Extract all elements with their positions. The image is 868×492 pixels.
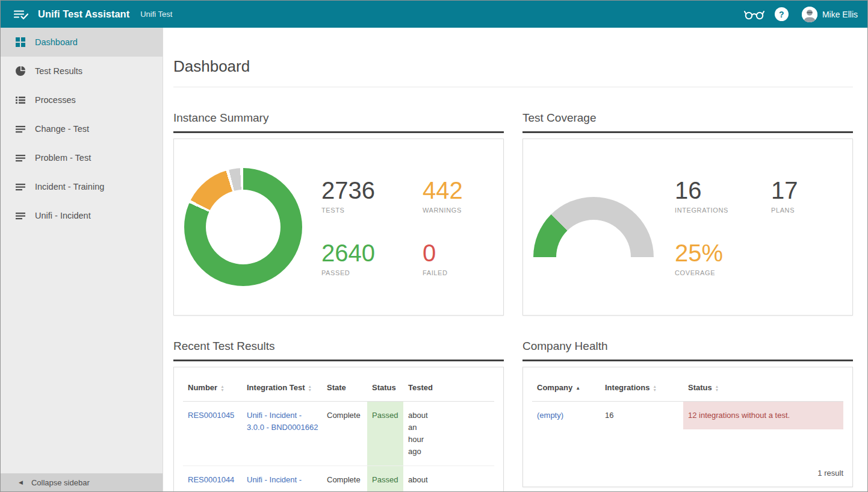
- sidebar-item-label: Test Results: [35, 66, 82, 76]
- column-header-company[interactable]: Company▲: [532, 373, 600, 402]
- tested-cell: about: [403, 466, 438, 492]
- failed-count: 0: [423, 240, 463, 266]
- column-label: Number: [188, 383, 217, 392]
- warnings-count: 442: [423, 178, 463, 203]
- tests-label: TESTS: [321, 207, 423, 214]
- warnings-label: WARNINGS: [423, 207, 463, 214]
- text-lines-icon: [15, 181, 26, 192]
- main-content: Dashboard Instance Summary 2736 TESTS: [163, 28, 867, 491]
- passed-count: 2640: [321, 240, 423, 266]
- stat-coverage: 25% COVERAGE: [675, 240, 771, 276]
- status-badge: Passed: [367, 466, 403, 492]
- plans-label: PLANS: [771, 207, 798, 214]
- sidebar-item-label: Dashboard: [35, 37, 78, 47]
- section-title: Test Coverage: [522, 111, 853, 125]
- page-title: Dashboard: [173, 57, 853, 76]
- recent-test-results-section: Recent Test Results Number▲▼: [173, 340, 504, 491]
- title-divider: [173, 87, 853, 87]
- result-count: 1 result: [532, 453, 843, 478]
- sidebar-item-dashboard[interactable]: Dashboard: [1, 28, 163, 57]
- dashboard-grid-icon: [15, 37, 26, 48]
- integration-test-link[interactable]: Unifi - Incident - 3.0.0 - BND0001662: [247, 411, 318, 432]
- sort-both-icon: ▲▼: [715, 385, 719, 391]
- topbar-actions: ? Mike Ellis: [742, 5, 858, 23]
- table-row: RES0001044 Unifi - Incident - Complete P…: [183, 466, 494, 492]
- list-icon: [15, 95, 26, 105]
- test-coverage-section: Test Coverage 16 INTEGRATIONS 1: [522, 111, 853, 316]
- column-label: Integrations: [605, 383, 649, 392]
- text-lines-icon: [15, 152, 26, 163]
- top-bar: Unifi Test Assistant Unifi Test ?: [1, 1, 867, 28]
- sidebar-item-label: Problem - Test: [35, 153, 91, 163]
- sidebar-item-label: Change - Test: [35, 124, 89, 134]
- section-title: Recent Test Results: [173, 340, 504, 353]
- sort-both-icon: ▲▼: [308, 385, 312, 391]
- integrations-count: 16: [675, 178, 771, 203]
- section-title: Instance Summary: [173, 111, 504, 125]
- column-header-integrations[interactable]: Integrations▲▼: [600, 373, 683, 402]
- column-header-integration-test[interactable]: Integration Test▲▼: [242, 373, 322, 402]
- column-label: Status: [688, 383, 712, 392]
- help-glyph: ?: [779, 10, 784, 19]
- instance-summary-card: 2736 TESTS 442 WARNINGS 2640 PASSED: [173, 139, 504, 316]
- column-label: State: [327, 383, 346, 392]
- column-label: Company: [537, 383, 572, 392]
- company-health-section: Company Health Company▲: [522, 340, 853, 491]
- section-divider: [173, 360, 504, 361]
- status-badge: Passed: [367, 402, 403, 466]
- health-status-badge: 12 integrations without a test.: [683, 402, 843, 430]
- collapse-arrow-icon: ◀: [19, 479, 23, 485]
- test-coverage-stats: 16 INTEGRATIONS 17 PLANS 25% COVERAGE: [675, 178, 798, 276]
- sidebar-item-label: Unifi - Incident: [35, 211, 91, 220]
- app-window: Unifi Test Assistant Unifi Test ?: [0, 0, 868, 492]
- sidebar-item-processes[interactable]: Processes: [1, 86, 163, 114]
- section-divider: [522, 131, 853, 133]
- instance-summary-section: Instance Summary 2736 TESTS 442 WARNINGS: [173, 111, 504, 316]
- company-link[interactable]: (empty): [537, 411, 563, 420]
- integrations-cell: 16: [600, 402, 683, 430]
- app-title: Unifi Test Assistant: [38, 8, 129, 20]
- state-cell: Complete: [322, 466, 367, 492]
- column-header-status[interactable]: Status▲▼: [683, 373, 843, 402]
- test-coverage-card: 16 INTEGRATIONS 17 PLANS 25% COVERAGE: [522, 139, 853, 316]
- state-cell: Complete: [322, 402, 367, 466]
- sidebar-item-label: Incident - Training: [35, 182, 104, 192]
- user-menu[interactable]: Mike Ellis: [802, 7, 858, 22]
- help-icon[interactable]: ?: [775, 7, 789, 21]
- passed-label: PASSED: [321, 269, 423, 276]
- tests-donut-chart: [184, 168, 302, 286]
- sidebar-item-change-test[interactable]: Change - Test: [1, 114, 163, 143]
- section-divider: [173, 131, 504, 133]
- collapse-sidebar-button[interactable]: ◀ Collapse sidebar: [1, 473, 163, 491]
- glasses-icon[interactable]: [742, 5, 766, 23]
- column-label: Status: [372, 383, 396, 392]
- stat-failed: 0 FAILED: [423, 240, 463, 276]
- recent-test-results-card: Number▲▼ Integration Test▲▼ State: [173, 367, 504, 491]
- section-divider: [522, 360, 853, 361]
- sidebar-item-label: Processes: [35, 95, 76, 105]
- stat-integrations: 16 INTEGRATIONS: [675, 178, 771, 214]
- sidebar: Dashboard Test Results: [1, 28, 163, 491]
- column-header-tested[interactable]: Tested: [403, 373, 438, 402]
- sidebar-item-problem-test[interactable]: Problem - Test: [1, 143, 163, 172]
- text-lines-icon: [15, 210, 26, 221]
- stat-plans: 17 PLANS: [771, 178, 798, 214]
- column-header-number[interactable]: Number▲▼: [183, 373, 242, 402]
- column-label: Integration Test: [247, 383, 305, 392]
- integrations-label: INTEGRATIONS: [675, 207, 771, 214]
- instance-summary-stats: 2736 TESTS 442 WARNINGS 2640 PASSED: [321, 178, 463, 276]
- tested-cell: about an hour ago: [403, 402, 438, 466]
- sidebar-item-unifi-incident[interactable]: Unifi - Incident: [1, 201, 163, 230]
- table-row: RES0001045 Unifi - Incident - 3.0.0 - BN…: [183, 402, 494, 466]
- column-header-status[interactable]: Status: [367, 373, 403, 402]
- menu-check-icon[interactable]: [13, 6, 29, 23]
- coverage-gauge-chart: [533, 197, 654, 257]
- recent-tests-table: Number▲▼ Integration Test▲▼ State: [183, 373, 494, 491]
- integration-test-link[interactable]: Unifi - Incident -: [247, 475, 302, 484]
- section-title: Company Health: [522, 340, 853, 353]
- sidebar-item-test-results[interactable]: Test Results: [1, 57, 163, 86]
- result-number-link[interactable]: RES0001045: [188, 411, 234, 420]
- column-header-state[interactable]: State: [322, 373, 367, 402]
- sidebar-item-incident-training[interactable]: Incident - Training: [1, 172, 163, 201]
- result-number-link[interactable]: RES0001044: [188, 475, 234, 484]
